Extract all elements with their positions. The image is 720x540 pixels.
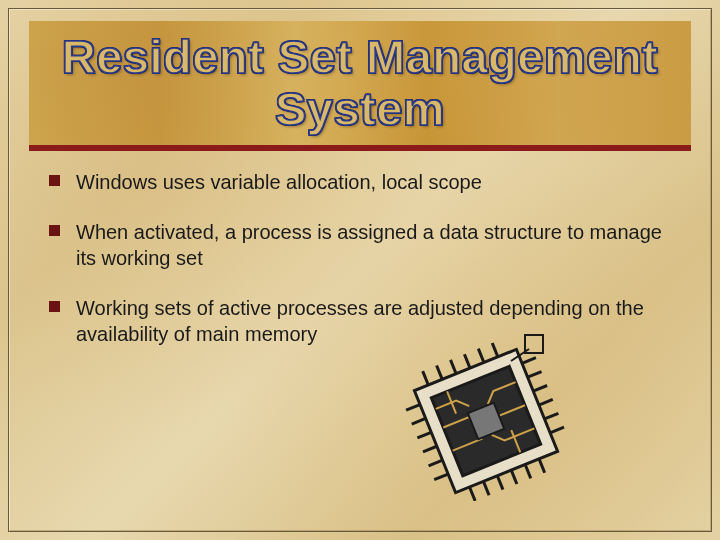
svg-line-2: [417, 432, 431, 438]
svg-line-16: [478, 349, 484, 363]
svg-line-12: [423, 371, 429, 385]
bullet-text: When activated, a process is assigned a …: [76, 219, 671, 271]
svg-line-5: [434, 474, 448, 480]
svg-line-10: [544, 413, 558, 419]
svg-line-17: [492, 343, 498, 357]
svg-line-0: [406, 405, 420, 411]
list-item: When activated, a process is assigned a …: [49, 219, 671, 271]
list-item: Working sets of active processes are adj…: [49, 295, 671, 347]
svg-line-22: [525, 465, 531, 479]
svg-line-6: [522, 358, 536, 364]
bullet-text: Working sets of active processes are adj…: [76, 295, 671, 347]
svg-line-15: [464, 354, 470, 368]
cpu-chip-icon: [401, 331, 571, 501]
svg-line-19: [483, 481, 489, 495]
svg-line-8: [533, 386, 547, 392]
bullet-text: Windows uses variable allocation, local …: [76, 169, 482, 195]
svg-line-21: [511, 470, 517, 484]
svg-line-9: [539, 399, 553, 405]
list-item: Windows uses variable allocation, local …: [49, 169, 671, 195]
bullet-icon: [49, 175, 60, 186]
svg-line-4: [429, 460, 443, 466]
bullet-icon: [49, 225, 60, 236]
svg-line-18: [470, 487, 476, 501]
svg-line-20: [497, 476, 503, 490]
slide-title: Resident Set Management System: [29, 31, 691, 134]
slide-frame: Resident Set Management System Windows u…: [8, 8, 712, 532]
svg-line-3: [423, 446, 437, 452]
svg-line-1: [412, 418, 426, 424]
content-area: Windows uses variable allocation, local …: [49, 169, 671, 371]
svg-line-14: [451, 360, 457, 374]
svg-line-11: [550, 427, 564, 433]
bullet-icon: [49, 301, 60, 312]
svg-line-13: [437, 365, 443, 379]
title-band: Resident Set Management System: [29, 21, 691, 151]
svg-line-23: [539, 459, 545, 473]
svg-line-7: [528, 372, 542, 378]
